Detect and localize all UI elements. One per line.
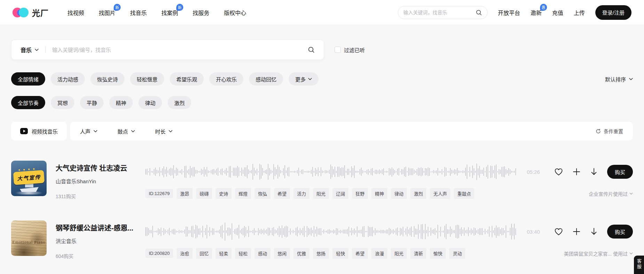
checkbox-box[interactable]	[335, 47, 341, 53]
nav-item-find-video[interactable]: 找视频	[67, 8, 84, 17]
rhythm-chip[interactable]: 精神	[109, 96, 133, 109]
tag-pill[interactable]: 精神	[371, 188, 387, 199]
add-to-list-button[interactable]	[572, 167, 581, 176]
rhythm-chip[interactable]: 激烈	[168, 96, 191, 109]
search-row: 音乐 过滤已听	[11, 40, 633, 60]
customer-service-tab[interactable]: 客服	[634, 256, 644, 274]
waveform[interactable]	[145, 222, 518, 241]
tag-pill[interactable]: 辽阔	[332, 188, 348, 199]
download-button[interactable]	[590, 227, 598, 236]
nav-link-label: 邀新	[531, 10, 542, 16]
tag-pill[interactable]: 轻松	[235, 248, 251, 259]
duration-filter-dropdown[interactable]: 时长	[155, 128, 172, 135]
tag-pill[interactable]: 治愈	[177, 248, 193, 259]
tag-pill[interactable]: 狂野	[352, 188, 368, 199]
beat-filter-dropdown[interactable]: 鼓点	[118, 128, 135, 135]
rhythm-chip[interactable]: 冥想	[51, 96, 74, 109]
tag-pill[interactable]: 阳光	[313, 188, 329, 199]
mood-chip[interactable]: 恢弘史诗	[90, 72, 124, 86]
favorite-button[interactable]	[554, 167, 563, 176]
video-find-music-button[interactable]: 视频找音乐	[11, 122, 67, 140]
navbar-search-input[interactable]	[403, 10, 473, 15]
track-title[interactable]: 钢琴舒缓公益讲述-感恩...	[56, 223, 136, 233]
sort-dropdown[interactable]: 默认排序	[605, 75, 633, 83]
tag-pill[interactable]: 恢弘	[255, 188, 271, 199]
tag-pill[interactable]: 悠扬	[313, 248, 329, 259]
tag-pill[interactable]: 希望	[274, 188, 290, 199]
mood-chip[interactable]: 希望乐观	[170, 72, 204, 86]
nav-item-find-service[interactable]: 找服务	[193, 8, 209, 17]
tag-pill[interactable]: 轻快	[332, 248, 348, 259]
tag-pill[interactable]: 愉快	[430, 248, 446, 259]
tag-pill[interactable]: 轻柔	[216, 248, 232, 259]
track-id-tag[interactable]: ID:122679	[145, 189, 173, 198]
plus-icon	[572, 168, 581, 176]
waveform[interactable]	[145, 162, 518, 182]
reset-filters-button[interactable]: 条件重置	[596, 128, 623, 135]
vocal-filter-dropdown[interactable]: 人声	[80, 128, 97, 135]
tag-pill[interactable]: 重鼓点	[454, 188, 474, 199]
usage-note[interactable]: 美团袋鼠宝贝之家官... 使用过	[564, 250, 633, 257]
navbar-search[interactable]	[398, 6, 488, 19]
rhythm-chip-all[interactable]: 全部节奏	[11, 96, 45, 109]
tag-pill[interactable]: 无人声	[430, 188, 450, 199]
login-register-button[interactable]: 登录/注册	[595, 5, 631, 20]
track-artist[interactable]: 山音音乐ShanYin	[56, 177, 136, 185]
tag-pill[interactable]: 希望	[352, 248, 368, 259]
tag-pill[interactable]: 回忆	[196, 248, 212, 259]
nav-item-find-music[interactable]: 找音乐	[130, 8, 147, 17]
open-platform-link[interactable]: 开放平台	[498, 8, 520, 17]
nav-item-copyright-center[interactable]: 版权中心	[224, 8, 246, 17]
hand-shadow-illustration	[11, 220, 47, 256]
search-category-dropdown[interactable]: 音乐	[21, 46, 39, 54]
recharge-link[interactable]: 充值	[552, 8, 563, 17]
site-logo[interactable]: 光厂	[13, 7, 49, 18]
tag-pill[interactable]: 阳光	[391, 248, 407, 259]
rhythm-chip[interactable]: 律动	[138, 96, 162, 109]
tag-pill[interactable]: 磅礴	[196, 188, 212, 199]
mood-chip-all[interactable]: 全部情绪	[11, 72, 45, 86]
tag-pill[interactable]: 悠闲	[274, 248, 290, 259]
tag-pill[interactable]: 优雅	[293, 248, 309, 259]
track-id-tag[interactable]: ID:200820	[145, 249, 173, 258]
tag-pill[interactable]: 浪漫	[371, 248, 387, 259]
music-search-input[interactable]	[52, 47, 308, 53]
album-cover[interactable]: 大气宣传	[11, 161, 47, 196]
tag-pill[interactable]: 活力	[293, 188, 309, 199]
filter-listened-checkbox[interactable]: 过滤已听	[335, 46, 365, 54]
buy-button[interactable]: 购买	[607, 225, 633, 239]
search-icon[interactable]	[308, 46, 315, 53]
dropdown-label: 人声	[80, 128, 90, 135]
tag-pill[interactable]: 辉煌	[235, 188, 251, 199]
tag-pill[interactable]: 灵动	[449, 248, 465, 259]
nav-item-find-image[interactable]: 找图片新	[99, 8, 115, 17]
search-icon[interactable]	[476, 9, 482, 16]
mood-chip[interactable]: 感动回忆	[249, 72, 283, 86]
upload-link[interactable]: 上传	[574, 8, 585, 17]
invite-link[interactable]: 邀新惠	[531, 8, 542, 17]
download-button[interactable]	[590, 167, 598, 176]
album-cover[interactable]: Emotional Piano	[11, 220, 47, 256]
more-moods-chip[interactable]: 更多	[289, 72, 319, 86]
tag-pill[interactable]: 激昂	[177, 188, 193, 199]
nav-item-find-case[interactable]: 找案例新	[161, 8, 178, 17]
tag-pill[interactable]: 律动	[391, 188, 407, 199]
mood-chip[interactable]: 轻松惬意	[130, 72, 164, 86]
mood-chip[interactable]: 活力动感	[51, 72, 85, 86]
track-artist[interactable]: 洪尘音乐	[56, 237, 136, 244]
tag-pill[interactable]: 激烈	[410, 188, 426, 199]
tag-pill[interactable]: 清新	[410, 248, 426, 259]
favorite-button[interactable]	[554, 227, 563, 236]
tag-pill[interactable]: 感动	[255, 248, 271, 259]
nav-item-label: 找音乐	[130, 10, 147, 16]
music-search-bar: 音乐	[11, 40, 324, 60]
mood-chip[interactable]: 开心欢乐	[209, 72, 243, 86]
logo-text: 光厂	[32, 7, 49, 18]
rhythm-chip[interactable]: 平静	[80, 96, 104, 109]
track-title[interactable]: 大气史诗宣传 壮志凌云	[56, 163, 136, 173]
cover-banner-text: Emotional Piano	[11, 240, 47, 245]
usage-note[interactable]: 企业宣传片使用过	[589, 190, 633, 197]
tag-pill[interactable]: 史诗	[216, 188, 232, 199]
buy-button[interactable]: 购买	[607, 165, 633, 179]
add-to-list-button[interactable]	[572, 227, 581, 236]
